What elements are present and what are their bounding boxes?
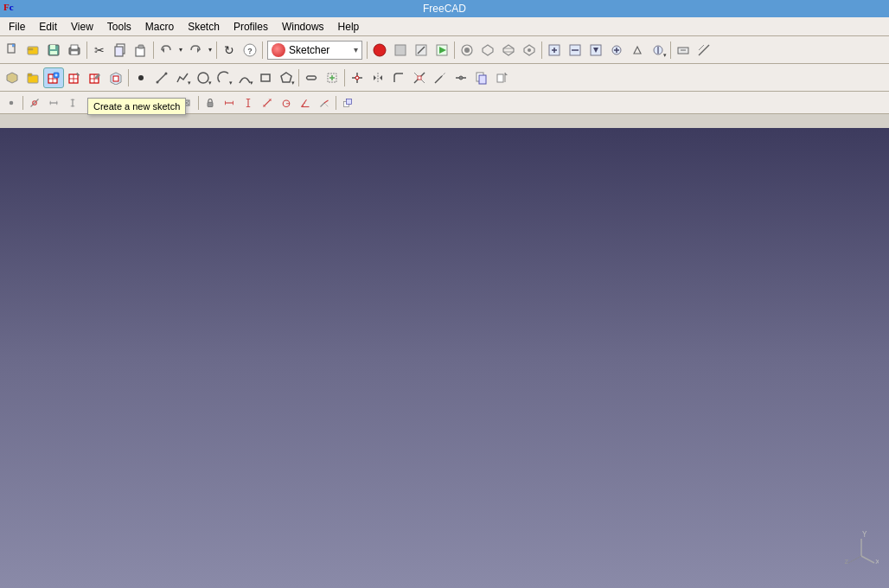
horizontal-constraint[interactable] [44, 94, 63, 112]
svg-line-111 [164, 103, 166, 105]
toolbar-btn-c[interactable] [585, 40, 606, 61]
tangent-constraint[interactable] [120, 94, 139, 112]
refraction-tool[interactable] [315, 94, 334, 112]
toolbar-btn-a[interactable] [544, 40, 565, 61]
external-geometry-tool[interactable] [322, 67, 342, 88]
separator-c1 [198, 96, 199, 110]
vertical-constraint[interactable] [63, 94, 82, 112]
toolbar-btn-e[interactable] [627, 40, 648, 61]
rectangle-tool[interactable] [255, 67, 276, 88]
menu-profiles[interactable]: Profiles [227, 19, 275, 35]
edit-button[interactable] [411, 40, 432, 61]
paste-button[interactable] [131, 40, 151, 61]
undo-button[interactable] [156, 40, 176, 61]
new-file-button[interactable] [2, 40, 22, 61]
svg-marker-47 [7, 73, 17, 83]
polyline-tool[interactable]: ▾ [172, 67, 193, 88]
workbench-dropdown[interactable]: Sketcher ▾ [267, 41, 362, 60]
menu-windows[interactable]: Windows [275, 19, 331, 35]
svg-line-106 [131, 98, 134, 100]
separator-3 [216, 42, 217, 59]
toolbar-btn-d[interactable] [606, 40, 627, 61]
new-sketch-button[interactable] [43, 67, 64, 88]
3d-view-button[interactable] [2, 67, 22, 88]
svg-line-137 [861, 556, 874, 563]
stop-button[interactable] [369, 40, 390, 61]
parallel-constraint[interactable] [82, 94, 101, 112]
slot-tool[interactable] [301, 67, 322, 88]
view-btn-4[interactable] [519, 40, 540, 61]
trim-tool[interactable] [347, 67, 368, 88]
split-tool[interactable] [451, 67, 471, 88]
map-sketch-button[interactable] [106, 67, 126, 88]
whats-this-button[interactable]: ? [240, 40, 260, 61]
toolbar-btn-g[interactable] [673, 40, 694, 61]
point-tool[interactable] [131, 67, 151, 88]
separator-s2 [298, 69, 299, 86]
menu-macro[interactable]: Macro [138, 19, 181, 35]
polygon-tool[interactable]: ▾ [276, 67, 297, 88]
open-file-button[interactable] [22, 40, 43, 61]
menu-view[interactable]: View [64, 19, 100, 35]
play-button[interactable] [432, 40, 452, 61]
block-constraint[interactable] [177, 94, 196, 112]
square-button[interactable] [390, 40, 411, 61]
create-carbon-copy-tool[interactable] [492, 67, 513, 88]
view-btn-2[interactable] [477, 40, 498, 61]
line-tool[interactable] [151, 67, 172, 88]
refresh-button[interactable]: ↻ [219, 40, 240, 61]
save-button[interactable] [43, 40, 64, 61]
copy-in-sketch[interactable] [338, 94, 357, 112]
attach-sketch-button[interactable] [64, 67, 85, 88]
toolbar-btn-h[interactable] [694, 40, 714, 61]
equal-constraint[interactable] [139, 94, 158, 112]
cut-button[interactable]: ✂ [89, 40, 110, 61]
horizontal-distance-constraint[interactable] [220, 94, 239, 112]
carbon-copy-tool[interactable] [471, 67, 492, 88]
fillet-tool[interactable] [388, 67, 409, 88]
angle-constraint[interactable] [296, 94, 315, 112]
radius-constraint[interactable] [277, 94, 296, 112]
view-btn-1[interactable] [457, 40, 477, 61]
print-button[interactable] [64, 40, 85, 61]
viewport[interactable]: Y x z [0, 128, 889, 588]
svg-line-113 [169, 103, 171, 105]
toolbar-btn-b[interactable] [565, 40, 585, 61]
coincident-constraint[interactable] [25, 94, 44, 112]
svg-point-68 [198, 73, 208, 83]
toolbar-standard: ✂ ▾ ▾ ↻ ? Sketcher ▾ [0, 36, 889, 64]
redo-dropdown-button[interactable]: ▾ [206, 40, 214, 61]
view-btn-3[interactable] [498, 40, 519, 61]
folder-view-button[interactable] [22, 67, 43, 88]
conic-tool[interactable]: ▾ [234, 67, 255, 88]
title-bar: Fc FreeCAD [0, 0, 889, 17]
trim-edge-tool[interactable] [409, 67, 430, 88]
menu-file[interactable]: File [2, 19, 32, 35]
separator-s3 [344, 69, 345, 86]
distance-constraint[interactable] [258, 94, 277, 112]
perpendicular-constraint[interactable] [101, 94, 120, 112]
separator-8 [670, 42, 671, 59]
symmetric-constraint[interactable] [158, 94, 177, 112]
vertical-distance-constraint[interactable] [239, 94, 258, 112]
svg-line-132 [324, 100, 329, 103]
menu-edit[interactable]: Edit [32, 19, 64, 35]
extend-tool[interactable] [430, 67, 451, 88]
undo-dropdown-button[interactable]: ▾ [176, 40, 185, 61]
menu-help[interactable]: Help [331, 19, 367, 35]
lock-constraint[interactable] [201, 94, 220, 112]
edit-sketch-button[interactable] [85, 67, 106, 88]
toolbar-btn-f[interactable]: ▾ [648, 40, 668, 61]
copy-button[interactable] [110, 40, 131, 61]
menu-tools[interactable]: Tools [100, 19, 138, 35]
redo-button[interactable] [185, 40, 206, 61]
svg-rect-135 [347, 99, 352, 104]
separator-5 [367, 42, 368, 59]
svg-line-112 [169, 100, 171, 102]
svg-marker-25 [483, 45, 493, 55]
circle-tool[interactable]: ▾ [193, 67, 214, 88]
menu-sketch[interactable]: Sketch [181, 19, 227, 35]
svg-line-45 [699, 45, 709, 55]
mirror-tool[interactable] [368, 67, 388, 88]
arc-tool[interactable]: ▾ [214, 67, 234, 88]
